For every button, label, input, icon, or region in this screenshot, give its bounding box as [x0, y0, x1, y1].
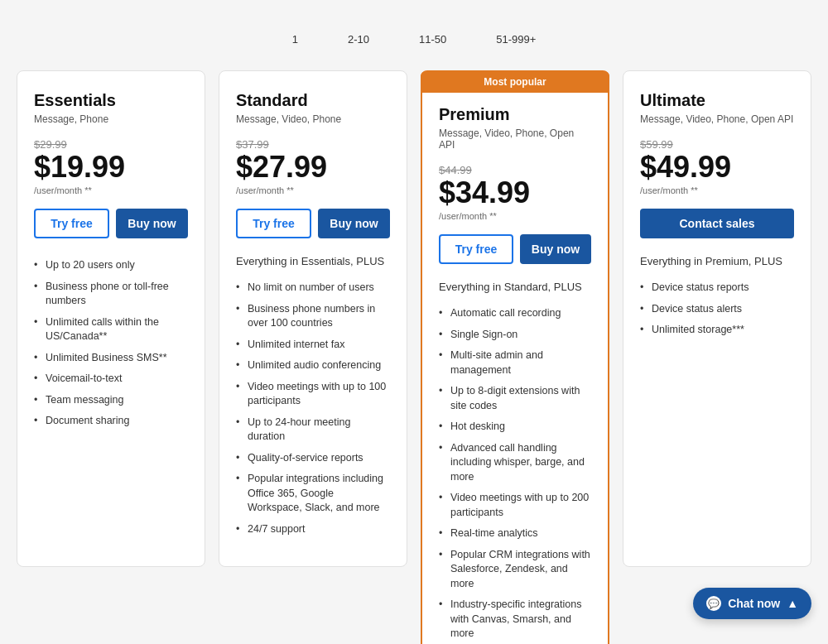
feature-item: Up to 20 users only	[34, 255, 188, 276]
plan-subtitle: Message, Video, Phone	[236, 113, 390, 125]
price-note: /user/month **	[439, 211, 591, 221]
feature-item: Video meetings with up to 200 participan…	[439, 488, 591, 523]
feature-item: Business phone or toll-free numbers	[34, 276, 188, 312]
user-count-tabs: 12-1011-5051-999+	[17, 33, 811, 46]
feature-item: No limit on number of users	[236, 277, 390, 299]
feature-item: Document sharing	[34, 411, 188, 432]
user-count-tab[interactable]: 51-999+	[496, 33, 536, 46]
current-price: $27.99	[236, 152, 390, 182]
feature-item: Unlimited Business SMS**	[34, 348, 188, 369]
action-buttons: Try free Buy now	[236, 209, 390, 238]
feature-item: Popular CRM integrations with Salesforce…	[439, 545, 591, 595]
feature-item: Up to 8-digit extensions with site codes	[439, 381, 591, 416]
feature-item: Unlimited audio conferencing	[236, 355, 390, 377]
user-count-tab[interactable]: 1	[292, 33, 298, 46]
try-free-button[interactable]: Try free	[236, 209, 311, 238]
everything-plus: Everything in Essentials, PLUS	[236, 255, 390, 267]
features-list: Automatic call recordingSingle Sign-onMu…	[439, 303, 591, 644]
plan-card-essentials: EssentialsMessage, Phone$29.99$19.99/use…	[17, 70, 205, 567]
feature-item: Popular integrations including Office 36…	[236, 469, 390, 519]
price-note: /user/month **	[236, 185, 390, 195]
feature-item: Single Sign-on	[439, 324, 591, 346]
feature-item: Voicemail-to-text	[34, 368, 188, 390]
features-list: No limit on number of usersBusiness phon…	[236, 277, 390, 540]
feature-item: Advanced call handling including whisper…	[439, 438, 591, 488]
feature-item: Real-time analytics	[439, 523, 591, 545]
original-price: $29.99	[34, 138, 188, 151]
current-price: $49.99	[640, 152, 794, 182]
feature-item: 24/7 support	[236, 519, 390, 541]
contact-sales-button[interactable]: Contact sales	[640, 209, 794, 238]
popular-badge: Most popular	[421, 71, 609, 93]
feature-item: Video meetings with up to 100 participan…	[236, 377, 390, 412]
original-price: $59.99	[640, 138, 794, 151]
feature-item: Industry-specific integrations with Canv…	[439, 594, 591, 644]
plan-name: Premium	[439, 105, 591, 124]
user-count-tab[interactable]: 2-10	[348, 33, 369, 46]
action-buttons: Try free Buy now	[439, 234, 591, 264]
feature-item: Multi-site admin and management	[439, 345, 591, 381]
current-price: $34.99	[439, 178, 591, 208]
chat-label: Chat now	[728, 597, 780, 610]
try-free-button[interactable]: Try free	[439, 234, 513, 264]
plan-subtitle: Message, Phone	[34, 113, 188, 125]
plan-card-ultimate: UltimateMessage, Video, Phone, Open API$…	[623, 70, 811, 567]
features-list: Up to 20 users onlyBusiness phone or tol…	[34, 255, 188, 432]
feature-item: Unlimited storage***	[640, 320, 794, 341]
feature-item: Unlimited calls within the US/Canada**	[34, 312, 188, 348]
plans-container: EssentialsMessage, Phone$29.99$19.99/use…	[17, 70, 811, 644]
chat-bubble[interactable]: Chat now ▲	[693, 588, 811, 619]
user-count-tab[interactable]: 11-50	[419, 33, 446, 46]
feature-item: Device status reports	[640, 277, 794, 299]
plan-name: Standard	[236, 91, 390, 110]
feature-item: Device status alerts	[640, 299, 794, 320]
feature-item: Up to 24-hour meeting duration	[236, 412, 390, 448]
chevron-up-icon: ▲	[787, 597, 798, 610]
original-price: $37.99	[236, 138, 390, 151]
current-price: $19.99	[34, 152, 188, 182]
price-note: /user/month **	[640, 185, 794, 195]
everything-plus: Everything in Standard, PLUS	[439, 281, 591, 293]
feature-item: Unlimited internet fax	[236, 334, 390, 356]
plan-subtitle: Message, Video, Phone, Open API	[439, 127, 591, 151]
try-free-button[interactable]: Try free	[34, 209, 109, 238]
plan-card-standard: StandardMessage, Video, Phone$37.99$27.9…	[219, 70, 407, 567]
feature-item: Hot desking	[439, 416, 591, 438]
everything-plus: Everything in Premium, PLUS	[640, 255, 794, 267]
buy-now-button[interactable]: Buy now	[318, 209, 390, 238]
original-price: $44.99	[439, 164, 591, 176]
plan-name: Ultimate	[640, 91, 794, 110]
buy-now-button[interactable]: Buy now	[116, 209, 188, 238]
feature-item: Automatic call recording	[439, 303, 591, 324]
action-buttons: Try free Buy now	[34, 209, 188, 238]
feature-item: Business phone numbers in over 100 count…	[236, 299, 390, 334]
features-list: Device status reportsDevice status alert…	[640, 277, 794, 341]
plan-subtitle: Message, Video, Phone, Open API	[640, 113, 794, 125]
feature-item: Quality-of-service reports	[236, 448, 390, 469]
buy-now-button[interactable]: Buy now	[520, 234, 591, 264]
plan-card-premium: Most popularPremiumMessage, Video, Phone…	[421, 70, 609, 644]
feature-item: Team messaging	[34, 390, 188, 411]
plan-name: Essentials	[34, 91, 188, 110]
price-note: /user/month **	[34, 185, 188, 195]
chat-icon	[706, 596, 721, 611]
